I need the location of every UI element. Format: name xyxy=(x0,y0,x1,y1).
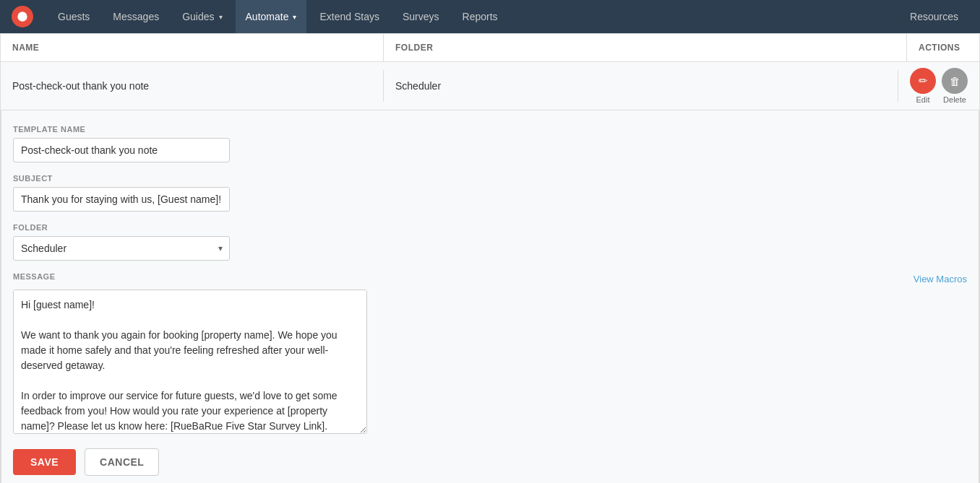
nav-surveys[interactable]: Surveys xyxy=(392,0,450,33)
folder-select[interactable]: Scheduler General Check-in Check-out xyxy=(13,236,230,261)
edit-icon: ✏ xyxy=(919,74,928,87)
cancel-button[interactable]: CANCEL xyxy=(85,448,159,476)
row-actions: ✏ Edit 🗑 Delete xyxy=(898,62,979,110)
template-form: TEMPLATE NAME SUBJECT FOLDER Scheduler G… xyxy=(1,110,979,483)
col-header-name: NAME xyxy=(1,34,384,61)
nav-resources[interactable]: Resources xyxy=(900,0,968,33)
guides-chevron-icon: ▾ xyxy=(219,13,223,21)
form-actions: SAVE CANCEL xyxy=(13,448,967,476)
template-name-group: TEMPLATE NAME xyxy=(13,125,967,162)
navigation: Guests Messages Guides ▾ Automate ▾ Exte… xyxy=(0,0,980,33)
template-name-input[interactable] xyxy=(13,138,230,162)
delete-button[interactable]: 🗑 xyxy=(942,68,968,94)
folder-group: FOLDER Scheduler General Check-in Check-… xyxy=(13,223,967,261)
nav-messages[interactable]: Messages xyxy=(103,0,169,33)
edit-button[interactable]: ✏ xyxy=(910,68,936,94)
row-folder: Scheduler xyxy=(384,70,898,102)
row-template-name: Post-check-out thank you note xyxy=(1,70,384,102)
nav-guests[interactable]: Guests xyxy=(48,0,100,33)
table-row: Post-check-out thank you note Scheduler … xyxy=(1,62,979,110)
folder-label: FOLDER xyxy=(13,223,967,232)
folder-select-wrap: Scheduler General Check-in Check-out ▾ xyxy=(13,236,230,261)
save-button[interactable]: SAVE xyxy=(13,449,76,475)
automate-chevron-icon: ▾ xyxy=(293,13,296,21)
main-content: NAME FOLDER ACTIONS Post-check-out thank… xyxy=(0,33,980,483)
svg-point-0 xyxy=(17,12,27,21)
message-group: MESSAGE View Macros Hi [guest name]! We … xyxy=(13,272,967,437)
logo-icon[interactable] xyxy=(12,6,33,27)
delete-action: 🗑 Delete xyxy=(942,68,968,104)
nav-automate[interactable]: Automate ▾ xyxy=(236,0,307,33)
subject-input[interactable] xyxy=(13,187,230,212)
table-header: NAME FOLDER ACTIONS xyxy=(1,34,979,62)
subject-group: SUBJECT xyxy=(13,174,967,212)
view-macros-link[interactable]: View Macros xyxy=(914,274,967,284)
message-textarea[interactable]: Hi [guest name]! We want to thank you ag… xyxy=(13,290,367,434)
message-header: MESSAGE View Macros xyxy=(13,272,967,285)
col-header-actions: ACTIONS xyxy=(907,34,979,61)
message-label: MESSAGE xyxy=(13,272,56,281)
subject-label: SUBJECT xyxy=(13,174,967,183)
template-name-label: TEMPLATE NAME xyxy=(13,125,967,134)
templates-table: NAME FOLDER ACTIONS Post-check-out thank… xyxy=(0,33,980,483)
delete-icon: 🗑 xyxy=(950,75,960,87)
edit-action: ✏ Edit xyxy=(910,68,936,104)
col-header-folder: FOLDER xyxy=(384,34,907,61)
nav-extend-stays[interactable]: Extend Stays xyxy=(309,0,390,33)
nav-guides[interactable]: Guides ▾ xyxy=(172,0,232,33)
nav-reports[interactable]: Reports xyxy=(452,0,508,33)
